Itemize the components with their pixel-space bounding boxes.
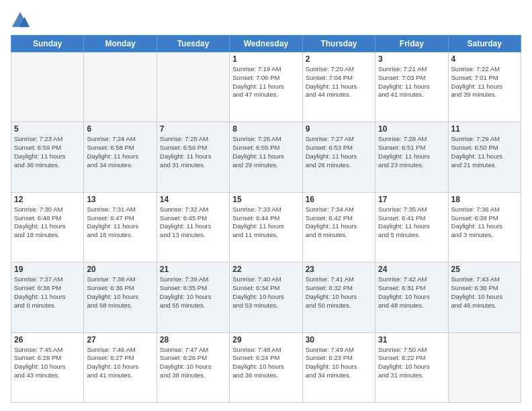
cell-info: Sunrise: 7:31 AM Sunset: 6:47 PM Dayligh… [87,205,153,240]
day-header-sunday: Sunday [11,36,84,52]
calendar-cell: 15Sunrise: 7:33 AM Sunset: 6:44 PM Dayli… [230,192,302,262]
day-number: 5 [14,124,81,134]
week-row-1: 5Sunrise: 7:23 AM Sunset: 6:59 PM Daylig… [11,122,521,192]
cell-info: Sunrise: 7:40 AM Sunset: 6:34 PM Dayligh… [232,275,299,310]
day-header-tuesday: Tuesday [157,36,229,52]
calendar-cell: 21Sunrise: 7:39 AM Sunset: 6:35 PM Dayli… [157,263,229,332]
calendar-cell: 27Sunrise: 7:46 AM Sunset: 6:27 PM Dayli… [84,332,157,402]
calendar-cell: 3Sunrise: 7:21 AM Sunset: 7:03 PM Daylig… [375,52,448,122]
day-number: 4 [451,54,518,64]
day-header-monday: Monday [84,36,157,52]
day-number: 1 [232,54,299,64]
header [11,8,521,30]
day-header-thursday: Thursday [302,36,375,52]
calendar-cell: 10Sunrise: 7:28 AM Sunset: 6:51 PM Dayli… [375,122,448,192]
day-number: 14 [160,195,226,204]
calendar-cell: 6Sunrise: 7:24 AM Sunset: 6:58 PM Daylig… [84,122,157,192]
day-number: 25 [451,265,518,274]
cell-info: Sunrise: 7:45 AM Sunset: 6:28 PM Dayligh… [14,346,81,380]
cell-info: Sunrise: 7:36 AM Sunset: 6:39 PM Dayligh… [451,205,518,240]
cell-info: Sunrise: 7:21 AM Sunset: 7:03 PM Dayligh… [378,65,445,99]
logo-icon [11,11,30,30]
calendar-cell: 31Sunrise: 7:50 AM Sunset: 6:22 PM Dayli… [375,332,448,402]
cell-info: Sunrise: 7:35 AM Sunset: 6:41 PM Dayligh… [378,205,445,240]
day-number: 30 [306,335,372,345]
day-number: 11 [451,124,518,134]
calendar-cell: 16Sunrise: 7:34 AM Sunset: 6:42 PM Dayli… [302,192,375,262]
day-number: 12 [14,195,81,204]
day-number: 16 [306,195,372,204]
calendar-body: 1Sunrise: 7:19 AM Sunset: 7:06 PM Daylig… [11,52,521,403]
calendar-cell: 1Sunrise: 7:19 AM Sunset: 7:06 PM Daylig… [230,52,302,122]
logo [11,11,32,30]
calendar-table: SundayMondayTuesdayWednesdayThursdayFrid… [11,35,521,403]
calendar-cell: 17Sunrise: 7:35 AM Sunset: 6:41 PM Dayli… [375,192,448,262]
cell-info: Sunrise: 7:48 AM Sunset: 6:24 PM Dayligh… [232,346,299,380]
day-number: 7 [160,124,226,134]
calendar-cell [157,52,229,122]
week-row-0: 1Sunrise: 7:19 AM Sunset: 7:06 PM Daylig… [11,52,521,122]
cell-info: Sunrise: 7:23 AM Sunset: 6:59 PM Dayligh… [14,135,81,169]
day-number: 29 [232,335,299,345]
calendar-cell: 28Sunrise: 7:47 AM Sunset: 6:26 PM Dayli… [157,332,229,402]
calendar-cell [11,52,84,122]
calendar-cell: 26Sunrise: 7:45 AM Sunset: 6:28 PM Dayli… [11,332,84,402]
day-number: 21 [160,265,226,274]
calendar-cell: 24Sunrise: 7:42 AM Sunset: 6:31 PM Dayli… [375,263,448,332]
calendar-cell [84,52,157,122]
calendar-cell: 5Sunrise: 7:23 AM Sunset: 6:59 PM Daylig… [11,122,84,192]
cell-info: Sunrise: 7:43 AM Sunset: 6:30 PM Dayligh… [451,275,518,310]
day-number: 2 [306,54,372,64]
day-header-saturday: Saturday [448,36,521,52]
day-number: 28 [160,335,226,345]
day-number: 9 [306,124,372,134]
cell-info: Sunrise: 7:34 AM Sunset: 6:42 PM Dayligh… [306,205,372,240]
day-header-friday: Friday [375,36,448,52]
cell-info: Sunrise: 7:28 AM Sunset: 6:51 PM Dayligh… [378,135,445,169]
cell-info: Sunrise: 7:37 AM Sunset: 6:38 PM Dayligh… [14,275,81,310]
calendar-cell: 23Sunrise: 7:41 AM Sunset: 6:32 PM Dayli… [302,263,375,332]
day-number: 8 [232,124,299,134]
calendar-cell: 7Sunrise: 7:25 AM Sunset: 6:56 PM Daylig… [157,122,229,192]
day-number: 22 [232,265,299,274]
calendar-header: SundayMondayTuesdayWednesdayThursdayFrid… [11,36,521,52]
cell-info: Sunrise: 7:38 AM Sunset: 6:36 PM Dayligh… [87,275,153,310]
calendar-cell: 22Sunrise: 7:40 AM Sunset: 6:34 PM Dayli… [230,263,302,332]
day-number: 26 [14,335,81,345]
cell-info: Sunrise: 7:32 AM Sunset: 6:45 PM Dayligh… [160,205,226,240]
day-number: 17 [378,195,445,204]
day-number: 20 [87,265,153,274]
cell-info: Sunrise: 7:20 AM Sunset: 7:04 PM Dayligh… [306,65,372,99]
day-number: 6 [87,124,153,134]
calendar-cell [448,332,521,402]
calendar-cell: 25Sunrise: 7:43 AM Sunset: 6:30 PM Dayli… [448,263,521,332]
cell-info: Sunrise: 7:33 AM Sunset: 6:44 PM Dayligh… [232,205,299,240]
calendar-cell: 14Sunrise: 7:32 AM Sunset: 6:45 PM Dayli… [157,192,229,262]
day-number: 18 [451,195,518,204]
day-number: 15 [232,195,299,204]
day-number: 10 [378,124,445,134]
calendar-cell: 2Sunrise: 7:20 AM Sunset: 7:04 PM Daylig… [302,52,375,122]
week-row-3: 19Sunrise: 7:37 AM Sunset: 6:38 PM Dayli… [11,263,521,332]
calendar-cell: 9Sunrise: 7:27 AM Sunset: 6:53 PM Daylig… [302,122,375,192]
cell-info: Sunrise: 7:41 AM Sunset: 6:32 PM Dayligh… [306,275,372,310]
calendar-cell: 8Sunrise: 7:26 AM Sunset: 6:55 PM Daylig… [230,122,302,192]
day-number: 19 [14,265,81,274]
day-number: 31 [378,335,445,345]
day-number: 27 [87,335,153,345]
cell-info: Sunrise: 7:46 AM Sunset: 6:27 PM Dayligh… [87,346,153,380]
calendar-cell: 30Sunrise: 7:49 AM Sunset: 6:23 PM Dayli… [302,332,375,402]
cell-info: Sunrise: 7:30 AM Sunset: 6:48 PM Dayligh… [14,205,81,240]
calendar-cell: 4Sunrise: 7:22 AM Sunset: 7:01 PM Daylig… [448,52,521,122]
cell-info: Sunrise: 7:39 AM Sunset: 6:35 PM Dayligh… [160,275,226,310]
day-number: 24 [378,265,445,274]
week-row-2: 12Sunrise: 7:30 AM Sunset: 6:48 PM Dayli… [11,192,521,262]
cell-info: Sunrise: 7:49 AM Sunset: 6:23 PM Dayligh… [306,346,372,380]
day-number: 23 [306,265,372,274]
cell-info: Sunrise: 7:19 AM Sunset: 7:06 PM Dayligh… [232,65,299,99]
cell-info: Sunrise: 7:24 AM Sunset: 6:58 PM Dayligh… [87,135,153,169]
calendar-cell: 29Sunrise: 7:48 AM Sunset: 6:24 PM Dayli… [230,332,302,402]
calendar-cell: 19Sunrise: 7:37 AM Sunset: 6:38 PM Dayli… [11,263,84,332]
day-number: 3 [378,54,445,64]
week-row-4: 26Sunrise: 7:45 AM Sunset: 6:28 PM Dayli… [11,332,521,402]
